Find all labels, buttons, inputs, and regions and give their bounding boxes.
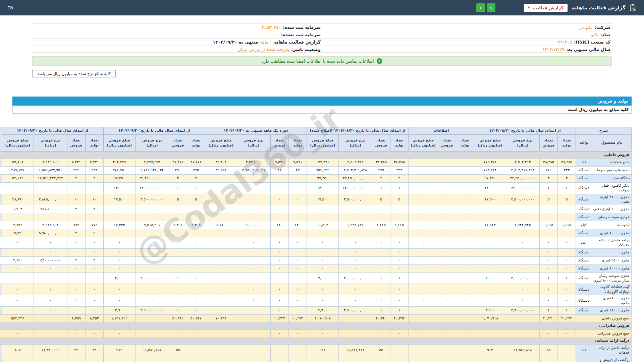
value-cell: ۳,۷۹۴ (2, 221, 34, 229)
value-cell: ۰ (307, 356, 338, 362)
column-group-header: دوره یک ماهه منتهی به ۱۴۰۴/۰۹/۳۰ (205, 127, 307, 135)
value-cell: ۰ (169, 295, 187, 306)
column-header: تعداد تولید (390, 135, 408, 152)
table-unit-note: کلیه مبالغ به میلیون ریال است (12, 106, 632, 114)
report-table: شرحاز ابتدای سال مالی تا تاریخ ۱۴۰۴/۰۸/۳… (0, 127, 632, 362)
info-value: ۱۴۰۴/۱۲/۲۹ (543, 47, 565, 52)
language-toggle[interactable]: EN (7, 5, 13, 10)
value-cell: ۰ (408, 175, 438, 183)
value-cell: ۰ (338, 229, 372, 237)
value-cell (135, 314, 169, 322)
table-row: مخزندستگاه۰۰۰۰۰۰۰۰۰۰۰۰۰۰۰۰۰۰۰۰۰۰۰تولید (0, 248, 632, 256)
value-cell: ۱۷,۵۰۰ (103, 194, 135, 205)
value-cell: ۰ (372, 237, 390, 249)
value-cell: ۰ (288, 295, 307, 306)
report-nav-arrows: › ‹ (476, 3, 495, 12)
value-cell: ۰ (67, 237, 85, 249)
value-cell: ۰ (270, 329, 288, 338)
value-cell: ۰ (103, 329, 135, 338)
value-cell: ۰ (540, 237, 558, 249)
value-cell: ۰ (307, 248, 338, 256)
info-row: شرکت: تکنو تار سرمایه ثبت شده: ۲,۵۵۴,۴۵۰ (32, 24, 612, 31)
value-cell: ۰ (270, 264, 288, 273)
arrow-right-button[interactable]: › (487, 3, 495, 12)
value-cell: ۰ (85, 295, 103, 306)
product-name-cell: تکنوسیف (592, 221, 632, 229)
value-cell: ۱۲,۰۰۰ (103, 183, 135, 194)
value-cell: ۰ (456, 295, 474, 306)
value-cell: ۳,۳۷۹,۰۰۱ (237, 159, 270, 167)
value-cell: ۳ (187, 175, 205, 183)
value-cell: ۰ (34, 213, 67, 221)
info-icon: i (377, 58, 382, 64)
value-cell: ۰ (408, 295, 438, 306)
column-header: تعداد فروش (438, 135, 456, 152)
value-cell: ۰ (288, 194, 307, 205)
value-cell: ۰ (390, 237, 408, 249)
value-cell: ۰ (408, 345, 438, 356)
value-cell: ۴۷,۸۷۶ (169, 159, 187, 167)
value-cell: ۰ (187, 356, 205, 362)
value-cell: ۴,۵۰۲,۳۱۲ (506, 159, 540, 167)
value-cell: ۰ (338, 295, 372, 306)
value-cell: ۹۱۲ (474, 345, 506, 356)
value-cell: ۴۰,۲۴۰ (540, 314, 558, 322)
banner-text: اطلاعات نمایش داده شده با اطلاعات امضا ش… (262, 59, 374, 64)
column-group-header: از ابتدای سال مالی تا تاریخ ۱۴۰۴/۰۸/۳۰ (474, 127, 576, 135)
column-header: مبلغ فروش (میلیون ریال) (408, 135, 438, 152)
value-cell: ۰ (390, 356, 408, 362)
column-header: تعداد تولید (558, 135, 576, 152)
value-cell: ۰ (456, 237, 474, 249)
product-name-cell: مخزن ۶۰۰۰۰ لیتری (592, 264, 632, 273)
value-cell: ۰ (169, 284, 187, 295)
value-cell: ۰ (307, 256, 338, 264)
info-label: گزارش فعالیت ماهانه (274, 40, 321, 45)
product-name-cell: کیت قطعات کانوپی دونازله گازوئیلی (592, 284, 632, 295)
value-cell: ۷۷۲ (67, 221, 85, 229)
value-cell (506, 329, 540, 338)
status-cell (0, 314, 2, 322)
value-cell: ۰ (169, 256, 187, 264)
value-cell: ۵۰,۵۶۷ (187, 314, 205, 322)
value-cell: ۰ (438, 295, 456, 306)
value-cell: ۲,۰۰۰,۰۰۰,۰۰۰ (135, 273, 169, 284)
value-cell: ۰ (558, 345, 576, 356)
value-cell: ۰ (338, 264, 372, 273)
value-cell: ۲,۰۰۰ (307, 273, 338, 284)
info-value: تکنو تار (579, 25, 592, 30)
product-name-cell: درآمد حاصل از ارائه خدمات (592, 237, 632, 249)
report-type-dropdown[interactable]: گزارش فعالیت ▼ (524, 4, 568, 12)
value-cell: ۰ (288, 306, 307, 314)
value-cell: ۰ (540, 295, 558, 306)
status-cell: تولید (0, 194, 2, 205)
value-cell: ۰ (2, 237, 34, 249)
column-header: نرخ فروش (ریال) (34, 135, 67, 152)
value-cell: ۰ (408, 237, 438, 249)
value-cell: ۱۲,۰۰۰ (474, 183, 506, 194)
value-cell: ۰ (456, 159, 474, 167)
arrow-left-button[interactable]: ‹ (476, 3, 485, 12)
value-cell: ۲ (67, 205, 85, 213)
value-cell: ۰ (288, 237, 307, 249)
info-cell-company: شرکت: تکنو تار (322, 25, 612, 30)
value-cell: ۰ (456, 356, 474, 362)
value-cell: ۰ (169, 264, 187, 273)
value-cell: ۰ (372, 205, 390, 213)
value-cell: ۲,۰۰۰,۰۰۰,۰۰۰ (338, 273, 372, 284)
column-header: تعداد فروش (169, 135, 187, 152)
status-cell: تولید (0, 221, 2, 229)
value-cell: ۷۵۴,۲۲۴ (307, 167, 338, 175)
value-cell: ۴ (67, 256, 85, 264)
value-cell: ۷۵۴,۲۲۴ (474, 167, 506, 175)
value-cell: ۳,۵۰۰,۰۰۰,۰۰۰ (338, 194, 372, 205)
value-cell: ۱ (558, 306, 576, 314)
value-cell: ۰ (237, 183, 270, 194)
value-cell: ۰ (338, 284, 372, 295)
value-cell: ۶۴۰ (288, 221, 307, 229)
value-cell: ۳,۹۰۰ (307, 306, 338, 314)
value-cell: ۳,۹۰۰,۰۰۰,۰۰۰ (338, 306, 372, 314)
value-cell: ۰ (237, 194, 270, 205)
value-cell: ۳۸۷,۱۹۷ (2, 167, 34, 175)
value-cell: ۰ (506, 295, 540, 306)
value-cell: ۰ (372, 356, 390, 362)
